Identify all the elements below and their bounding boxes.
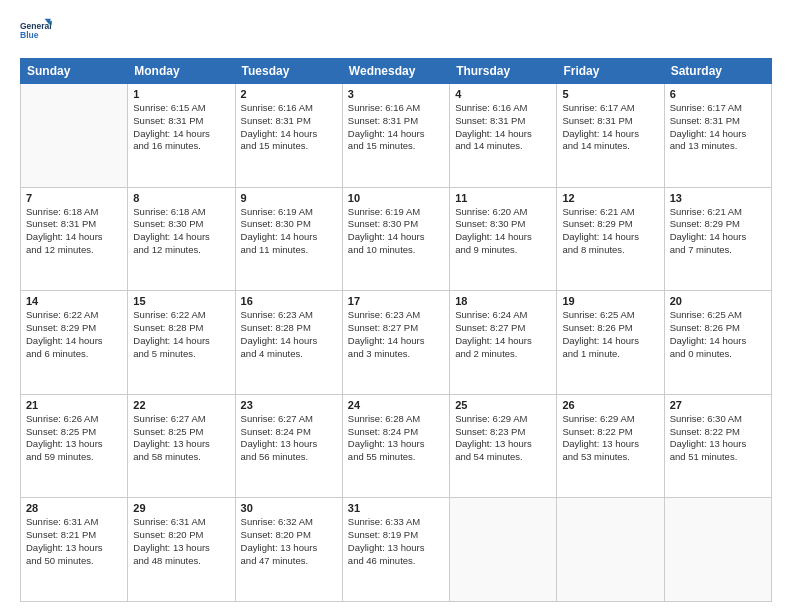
day-number: 14 xyxy=(26,295,122,307)
day-info: Sunrise: 6:16 AM Sunset: 8:31 PM Dayligh… xyxy=(348,102,444,153)
day-number: 25 xyxy=(455,399,551,411)
day-number: 27 xyxy=(670,399,766,411)
calendar-cell: 7Sunrise: 6:18 AM Sunset: 8:31 PM Daylig… xyxy=(21,187,128,291)
calendar-cell: 26Sunrise: 6:29 AM Sunset: 8:22 PM Dayli… xyxy=(557,394,664,498)
logo-svg: General Blue xyxy=(20,16,52,48)
calendar-cell xyxy=(21,84,128,188)
day-number: 7 xyxy=(26,192,122,204)
svg-text:Blue: Blue xyxy=(20,30,39,40)
day-number: 29 xyxy=(133,502,229,514)
day-info: Sunrise: 6:18 AM Sunset: 8:31 PM Dayligh… xyxy=(26,206,122,257)
day-number: 11 xyxy=(455,192,551,204)
calendar-cell: 20Sunrise: 6:25 AM Sunset: 8:26 PM Dayli… xyxy=(664,291,771,395)
day-info: Sunrise: 6:16 AM Sunset: 8:31 PM Dayligh… xyxy=(455,102,551,153)
calendar-cell: 18Sunrise: 6:24 AM Sunset: 8:27 PM Dayli… xyxy=(450,291,557,395)
calendar-cell: 25Sunrise: 6:29 AM Sunset: 8:23 PM Dayli… xyxy=(450,394,557,498)
day-info: Sunrise: 6:26 AM Sunset: 8:25 PM Dayligh… xyxy=(26,413,122,464)
day-info: Sunrise: 6:33 AM Sunset: 8:19 PM Dayligh… xyxy=(348,516,444,567)
day-info: Sunrise: 6:25 AM Sunset: 8:26 PM Dayligh… xyxy=(562,309,658,360)
day-info: Sunrise: 6:31 AM Sunset: 8:20 PM Dayligh… xyxy=(133,516,229,567)
day-info: Sunrise: 6:15 AM Sunset: 8:31 PM Dayligh… xyxy=(133,102,229,153)
calendar-cell: 28Sunrise: 6:31 AM Sunset: 8:21 PM Dayli… xyxy=(21,498,128,602)
week-row-2: 7Sunrise: 6:18 AM Sunset: 8:31 PM Daylig… xyxy=(21,187,772,291)
day-info: Sunrise: 6:22 AM Sunset: 8:29 PM Dayligh… xyxy=(26,309,122,360)
day-info: Sunrise: 6:23 AM Sunset: 8:28 PM Dayligh… xyxy=(241,309,337,360)
weekday-header-sunday: Sunday xyxy=(21,59,128,84)
day-info: Sunrise: 6:22 AM Sunset: 8:28 PM Dayligh… xyxy=(133,309,229,360)
day-info: Sunrise: 6:19 AM Sunset: 8:30 PM Dayligh… xyxy=(241,206,337,257)
calendar-cell: 27Sunrise: 6:30 AM Sunset: 8:22 PM Dayli… xyxy=(664,394,771,498)
weekday-header-saturday: Saturday xyxy=(664,59,771,84)
calendar-cell: 11Sunrise: 6:20 AM Sunset: 8:30 PM Dayli… xyxy=(450,187,557,291)
calendar-cell: 19Sunrise: 6:25 AM Sunset: 8:26 PM Dayli… xyxy=(557,291,664,395)
weekday-header-friday: Friday xyxy=(557,59,664,84)
calendar-cell: 1Sunrise: 6:15 AM Sunset: 8:31 PM Daylig… xyxy=(128,84,235,188)
weekday-header-monday: Monday xyxy=(128,59,235,84)
calendar-cell: 2Sunrise: 6:16 AM Sunset: 8:31 PM Daylig… xyxy=(235,84,342,188)
weekday-header-thursday: Thursday xyxy=(450,59,557,84)
day-info: Sunrise: 6:29 AM Sunset: 8:22 PM Dayligh… xyxy=(562,413,658,464)
calendar-cell: 4Sunrise: 6:16 AM Sunset: 8:31 PM Daylig… xyxy=(450,84,557,188)
day-info: Sunrise: 6:21 AM Sunset: 8:29 PM Dayligh… xyxy=(562,206,658,257)
day-number: 9 xyxy=(241,192,337,204)
day-info: Sunrise: 6:25 AM Sunset: 8:26 PM Dayligh… xyxy=(670,309,766,360)
day-number: 24 xyxy=(348,399,444,411)
calendar-cell xyxy=(557,498,664,602)
day-number: 23 xyxy=(241,399,337,411)
day-info: Sunrise: 6:19 AM Sunset: 8:30 PM Dayligh… xyxy=(348,206,444,257)
calendar-table: SundayMondayTuesdayWednesdayThursdayFrid… xyxy=(20,58,772,602)
week-row-4: 21Sunrise: 6:26 AM Sunset: 8:25 PM Dayli… xyxy=(21,394,772,498)
calendar-cell: 9Sunrise: 6:19 AM Sunset: 8:30 PM Daylig… xyxy=(235,187,342,291)
calendar-cell: 10Sunrise: 6:19 AM Sunset: 8:30 PM Dayli… xyxy=(342,187,449,291)
week-row-3: 14Sunrise: 6:22 AM Sunset: 8:29 PM Dayli… xyxy=(21,291,772,395)
week-row-1: 1Sunrise: 6:15 AM Sunset: 8:31 PM Daylig… xyxy=(21,84,772,188)
page-header: General Blue xyxy=(20,16,772,48)
calendar-cell: 21Sunrise: 6:26 AM Sunset: 8:25 PM Dayli… xyxy=(21,394,128,498)
day-info: Sunrise: 6:20 AM Sunset: 8:30 PM Dayligh… xyxy=(455,206,551,257)
calendar-cell: 5Sunrise: 6:17 AM Sunset: 8:31 PM Daylig… xyxy=(557,84,664,188)
day-number: 10 xyxy=(348,192,444,204)
day-number: 4 xyxy=(455,88,551,100)
calendar-cell: 15Sunrise: 6:22 AM Sunset: 8:28 PM Dayli… xyxy=(128,291,235,395)
day-number: 19 xyxy=(562,295,658,307)
calendar-cell: 31Sunrise: 6:33 AM Sunset: 8:19 PM Dayli… xyxy=(342,498,449,602)
day-number: 20 xyxy=(670,295,766,307)
day-number: 28 xyxy=(26,502,122,514)
day-number: 30 xyxy=(241,502,337,514)
day-number: 21 xyxy=(26,399,122,411)
day-number: 16 xyxy=(241,295,337,307)
calendar-cell: 17Sunrise: 6:23 AM Sunset: 8:27 PM Dayli… xyxy=(342,291,449,395)
day-number: 8 xyxy=(133,192,229,204)
day-info: Sunrise: 6:27 AM Sunset: 8:24 PM Dayligh… xyxy=(241,413,337,464)
day-number: 18 xyxy=(455,295,551,307)
day-info: Sunrise: 6:21 AM Sunset: 8:29 PM Dayligh… xyxy=(670,206,766,257)
calendar-cell: 23Sunrise: 6:27 AM Sunset: 8:24 PM Dayli… xyxy=(235,394,342,498)
day-number: 17 xyxy=(348,295,444,307)
calendar-cell: 8Sunrise: 6:18 AM Sunset: 8:30 PM Daylig… xyxy=(128,187,235,291)
day-number: 1 xyxy=(133,88,229,100)
day-number: 6 xyxy=(670,88,766,100)
day-info: Sunrise: 6:17 AM Sunset: 8:31 PM Dayligh… xyxy=(562,102,658,153)
calendar-cell xyxy=(450,498,557,602)
day-number: 26 xyxy=(562,399,658,411)
calendar-cell: 12Sunrise: 6:21 AM Sunset: 8:29 PM Dayli… xyxy=(557,187,664,291)
calendar-cell: 30Sunrise: 6:32 AM Sunset: 8:20 PM Dayli… xyxy=(235,498,342,602)
weekday-header-row: SundayMondayTuesdayWednesdayThursdayFrid… xyxy=(21,59,772,84)
day-info: Sunrise: 6:30 AM Sunset: 8:22 PM Dayligh… xyxy=(670,413,766,464)
calendar-cell: 24Sunrise: 6:28 AM Sunset: 8:24 PM Dayli… xyxy=(342,394,449,498)
logo: General Blue xyxy=(20,16,52,48)
calendar-cell: 22Sunrise: 6:27 AM Sunset: 8:25 PM Dayli… xyxy=(128,394,235,498)
day-info: Sunrise: 6:32 AM Sunset: 8:20 PM Dayligh… xyxy=(241,516,337,567)
day-number: 15 xyxy=(133,295,229,307)
calendar-cell: 14Sunrise: 6:22 AM Sunset: 8:29 PM Dayli… xyxy=(21,291,128,395)
day-number: 5 xyxy=(562,88,658,100)
calendar-cell: 16Sunrise: 6:23 AM Sunset: 8:28 PM Dayli… xyxy=(235,291,342,395)
calendar-cell: 6Sunrise: 6:17 AM Sunset: 8:31 PM Daylig… xyxy=(664,84,771,188)
weekday-header-tuesday: Tuesday xyxy=(235,59,342,84)
day-number: 31 xyxy=(348,502,444,514)
week-row-5: 28Sunrise: 6:31 AM Sunset: 8:21 PM Dayli… xyxy=(21,498,772,602)
calendar-cell xyxy=(664,498,771,602)
day-info: Sunrise: 6:24 AM Sunset: 8:27 PM Dayligh… xyxy=(455,309,551,360)
day-info: Sunrise: 6:18 AM Sunset: 8:30 PM Dayligh… xyxy=(133,206,229,257)
calendar-cell: 13Sunrise: 6:21 AM Sunset: 8:29 PM Dayli… xyxy=(664,187,771,291)
